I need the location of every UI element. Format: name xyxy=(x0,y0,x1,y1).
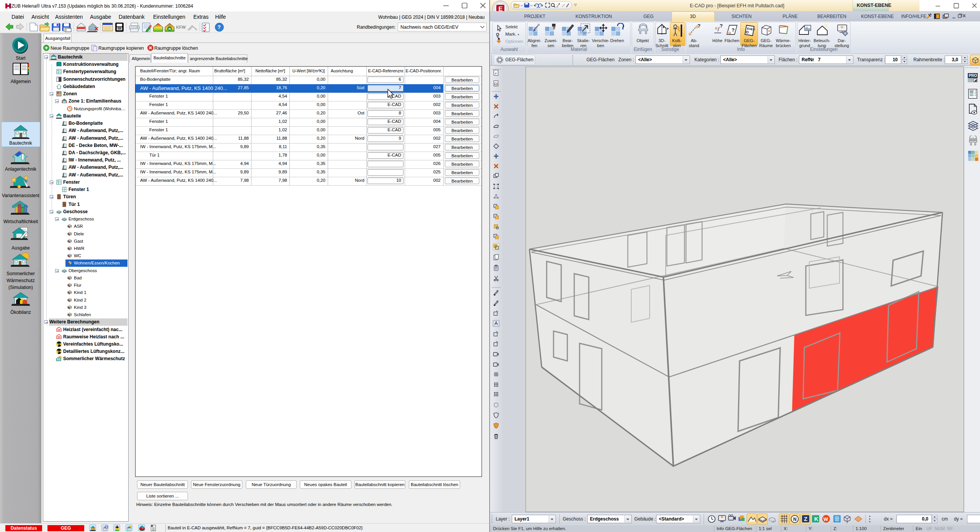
svg-text:K: K xyxy=(814,516,818,522)
svg-text:?: ? xyxy=(720,23,723,29)
svg-text:Z: Z xyxy=(804,516,807,522)
svg-text:PRO: PRO xyxy=(969,73,977,78)
svg-text:I: I xyxy=(66,28,67,32)
svg-text:?: ? xyxy=(697,23,701,29)
svg-text:?: ? xyxy=(732,27,735,33)
svg-text:?: ? xyxy=(217,24,221,30)
svg-text:N: N xyxy=(793,517,797,522)
svg-text:KFW: KFW xyxy=(176,25,186,29)
svg-text:R: R xyxy=(168,27,171,31)
svg-text:W: W xyxy=(823,516,828,522)
